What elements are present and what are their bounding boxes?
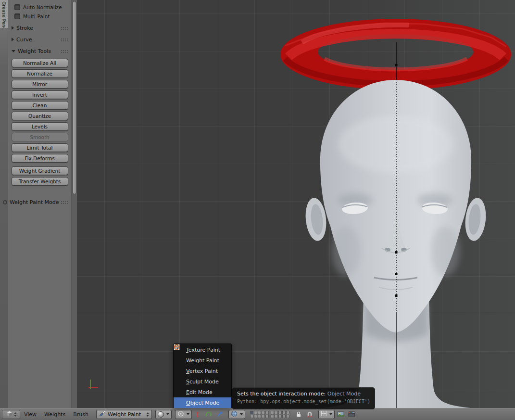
tooltip: Sets the object interaction mode: Object… xyxy=(232,387,375,409)
shading-sphere-icon xyxy=(158,411,164,418)
viewport-header: View Weights Brush Weight Paint xyxy=(0,408,515,420)
viewport-3d[interactable]: Texture Paint Weight Paint Vertex Paint … xyxy=(77,0,515,408)
pivot-point-icon xyxy=(177,410,184,419)
sculpt-mode-icon xyxy=(176,378,183,385)
mode-selector-button[interactable]: Weight Paint xyxy=(96,410,152,419)
layer-cell[interactable] xyxy=(265,415,269,418)
weight-tools-buttons: Normalize All Normalize Mirror Invert Cl… xyxy=(8,59,71,188)
invert-button[interactable]: Invert xyxy=(12,90,68,99)
menu-item-object-mode[interactable]: Object Mode xyxy=(174,397,231,408)
layer-cell[interactable] xyxy=(258,415,261,418)
tab-grease-pencil[interactable]: Grease Pencil xyxy=(0,0,8,28)
panel-grip-icon[interactable] xyxy=(61,50,69,53)
menu-view[interactable]: View xyxy=(20,410,40,419)
render-anim-clapper-icon xyxy=(348,411,355,418)
layer-cell[interactable] xyxy=(265,411,269,414)
layer-cell[interactable] xyxy=(258,411,261,414)
snap-button[interactable] xyxy=(305,410,315,419)
clean-button[interactable]: Clean xyxy=(12,101,68,110)
normalize-button[interactable]: Normalize xyxy=(12,69,68,78)
tooltip-python: Python: bpy.ops.object.mode_set(mode='OB… xyxy=(237,399,370,404)
layer-cell[interactable] xyxy=(286,411,289,414)
fix-deforms-button[interactable]: Fix Deforms xyxy=(12,154,68,163)
tooltip-text: Sets the object interaction mode: xyxy=(237,391,326,397)
expand-triangle-icon xyxy=(12,50,15,52)
manipulator-rotate-button[interactable] xyxy=(204,410,214,419)
layer-cell[interactable] xyxy=(282,411,286,414)
menu-item-texture-paint[interactable]: Texture Paint xyxy=(174,344,231,355)
multi-paint-option[interactable]: Multi-Paint xyxy=(14,13,71,20)
panel-weight-paint-mode[interactable]: Weight Paint Mode xyxy=(1,198,71,206)
mirror-button[interactable]: Mirror xyxy=(12,80,68,89)
panel-circle-icon xyxy=(3,200,7,204)
layers-widget xyxy=(250,411,289,418)
panel-curve[interactable]: Curve xyxy=(8,36,71,43)
collapse-triangle-icon xyxy=(12,38,14,41)
lock-button[interactable] xyxy=(294,410,304,419)
layer-cell[interactable] xyxy=(275,411,278,414)
mode-selector-label: Weight Paint xyxy=(108,411,141,418)
panel-grip-icon[interactable] xyxy=(61,26,69,30)
orientation-button[interactable] xyxy=(228,410,245,419)
menu-brush[interactable]: Brush xyxy=(69,410,92,419)
editor-type-button[interactable] xyxy=(2,410,20,419)
transfer-weights-button[interactable]: Transfer Weights xyxy=(12,177,68,186)
opengl-render-button[interactable] xyxy=(336,410,346,419)
normalize-all-button[interactable]: Normalize All xyxy=(12,59,68,67)
weight-paint-icon xyxy=(176,357,183,364)
translate-manipulator-icon xyxy=(194,411,201,418)
layer-cell[interactable] xyxy=(278,415,282,418)
layer-cell[interactable] xyxy=(278,411,282,414)
layer-cell[interactable] xyxy=(250,415,253,418)
panel-grip-icon[interactable] xyxy=(61,38,69,42)
checkbox-icon xyxy=(14,4,20,10)
pivot-point-button[interactable] xyxy=(175,410,192,419)
layer-cell[interactable] xyxy=(282,415,286,418)
layer-cell[interactable] xyxy=(271,411,274,414)
combo-arrows-icon xyxy=(14,412,17,417)
blender-window: Grease Pencil Auto Normalize Multi-Paint… xyxy=(0,0,515,420)
manipulator-scale-button[interactable] xyxy=(215,410,225,419)
magnet-icon xyxy=(306,411,313,418)
weight-paint-mode-icon xyxy=(99,410,105,418)
vertex-paint-icon xyxy=(176,368,183,374)
layer-cell[interactable] xyxy=(254,411,257,414)
layers-grid-right xyxy=(271,411,289,418)
scale-manipulator-icon xyxy=(216,411,223,418)
layers-grid-left xyxy=(250,411,269,418)
menu-item-vertex-paint[interactable]: Vertex Paint xyxy=(174,366,231,376)
viewport-axis-widget xyxy=(88,380,98,389)
editor-3dview-icon xyxy=(6,410,13,419)
checkbox-icon xyxy=(14,13,20,19)
smooth-button: Smooth xyxy=(12,133,68,141)
menu-item-edit-mode[interactable]: Edit Mode xyxy=(174,387,231,397)
menu-item-sculpt-mode[interactable]: Sculpt Mode xyxy=(174,376,231,387)
manipulator-translate-button[interactable] xyxy=(193,410,203,419)
opengl-render-anim-button[interactable] xyxy=(347,410,357,419)
menu-item-weight-paint[interactable]: Weight Paint xyxy=(174,355,231,366)
limit-total-button[interactable]: Limit Total xyxy=(12,143,68,152)
layer-cell[interactable] xyxy=(271,415,274,418)
auto-normalize-option[interactable]: Auto Normalize xyxy=(14,3,71,11)
edit-mode-icon xyxy=(176,389,183,395)
menu-weights[interactable]: Weights xyxy=(40,410,69,419)
layer-cell[interactable] xyxy=(250,411,253,414)
scrollbar-thumb[interactable] xyxy=(73,1,76,194)
multi-paint-label: Multi-Paint xyxy=(23,13,50,19)
viewport-shading-button[interactable] xyxy=(155,410,172,419)
quantize-button[interactable]: Quantize xyxy=(12,112,68,120)
halo-mesh xyxy=(280,19,511,90)
layer-cell[interactable] xyxy=(262,415,265,418)
layer-cell[interactable] xyxy=(254,415,257,418)
weight-gradient-button[interactable]: Weight Gradient xyxy=(12,166,68,175)
snap-element-button[interactable] xyxy=(318,410,335,419)
combo-arrows-icon xyxy=(146,412,149,417)
levels-button[interactable]: Levels xyxy=(12,122,68,131)
panel-grip-icon[interactable] xyxy=(61,201,69,204)
panel-stroke[interactable]: Stroke xyxy=(8,24,71,32)
layer-cell[interactable] xyxy=(286,415,289,418)
layer-cell[interactable] xyxy=(262,411,265,414)
layer-cell[interactable] xyxy=(275,415,278,418)
panel-weight-tools[interactable]: Weight Tools xyxy=(8,47,71,55)
toolshelf-scrollbar[interactable] xyxy=(71,0,77,408)
